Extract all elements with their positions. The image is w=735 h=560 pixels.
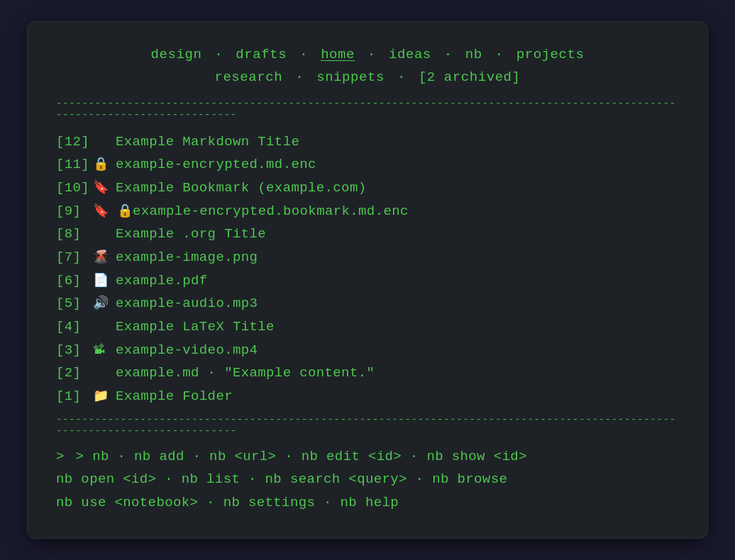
list-item[interactable]: [12] Example Markdown Title bbox=[56, 130, 679, 154]
file-name: example-encrypted.md.enc bbox=[116, 153, 316, 177]
list-item[interactable]: [2] example.md · "Example content." bbox=[56, 362, 679, 385]
file-id: [1] bbox=[56, 385, 93, 408]
nav-snippets[interactable]: snippets bbox=[316, 69, 385, 85]
file-id: [7] bbox=[56, 246, 93, 269]
nav-design[interactable]: design bbox=[151, 47, 202, 62]
file-name: example-image.png bbox=[116, 246, 258, 269]
bottom-divider: ----------------------------------------… bbox=[56, 414, 679, 437]
file-id: [6] bbox=[56, 269, 93, 293]
list-item[interactable]: [8] Example .org Title bbox=[56, 223, 679, 246]
file-list: [12] Example Markdown Title [11] 🔒 examp… bbox=[56, 130, 679, 408]
cmd-line-3: nb use <notebook> · nb settings · nb hel… bbox=[56, 491, 679, 515]
nav-archived[interactable]: [2 archived] bbox=[419, 69, 521, 85]
list-item[interactable]: [10] 🔖 Example Bookmark (example.com) bbox=[56, 177, 679, 200]
list-item[interactable]: [1] 📁 Example Folder bbox=[56, 385, 679, 408]
file-id: [10] bbox=[56, 177, 93, 200]
list-item[interactable]: [9] 🔖 🔒 example-encrypted.bookmark.md.en… bbox=[56, 200, 679, 223]
nav-line-1: design · drafts · home · ideas · nb · pr… bbox=[56, 43, 679, 66]
prompt-icon: > bbox=[56, 449, 65, 464]
file-name: example.md · "Example content." bbox=[116, 362, 375, 385]
folder-icon: 📁 bbox=[93, 386, 116, 408]
file-id: [5] bbox=[56, 292, 93, 315]
nav-home[interactable]: home bbox=[321, 47, 355, 62]
bookmark-lock-icon: 🔖 🔒 bbox=[93, 201, 133, 223]
nav-nb[interactable]: nb bbox=[465, 47, 482, 62]
nav-projects[interactable]: projects bbox=[516, 47, 585, 62]
pdf-icon: 📄 bbox=[93, 270, 116, 292]
terminal-window: design · drafts · home · ideas · nb · pr… bbox=[27, 21, 708, 539]
file-id: [11] bbox=[56, 153, 93, 177]
file-name: Example Folder bbox=[116, 385, 233, 408]
file-name: example-audio.mp3 bbox=[116, 292, 258, 315]
file-name: Example .org Title bbox=[116, 223, 266, 246]
image-icon: 🌋 bbox=[93, 247, 116, 269]
nav-line-2: research · snippets · [2 archived] bbox=[56, 66, 679, 89]
top-divider: ----------------------------------------… bbox=[56, 98, 679, 121]
file-id: [8] bbox=[56, 223, 93, 246]
list-item[interactable]: [3] 📽 example-video.mp4 bbox=[56, 339, 679, 362]
bookmark-icon: 🔖 bbox=[93, 177, 116, 199]
nav-section: design · drafts · home · ideas · nb · pr… bbox=[56, 43, 679, 89]
lock-icon: 🔒 bbox=[93, 154, 116, 176]
nav-drafts[interactable]: drafts bbox=[236, 47, 287, 62]
file-id: [3] bbox=[56, 339, 93, 362]
commands-section: > > nb · nb add · nb <url> · nb edit <id… bbox=[56, 445, 679, 515]
file-id: [2] bbox=[56, 362, 93, 385]
file-id: [12] bbox=[56, 130, 93, 154]
file-name: Example Markdown Title bbox=[116, 130, 299, 154]
file-id: [4] bbox=[56, 315, 93, 339]
file-name: Example LaTeX Title bbox=[116, 315, 275, 339]
nav-research[interactable]: research bbox=[214, 69, 282, 85]
list-item[interactable]: [4] Example LaTeX Title bbox=[56, 315, 679, 339]
file-name: example-video.mp4 bbox=[116, 339, 258, 362]
cmd-text-3: nb use <notebook> · nb settings · nb hel… bbox=[56, 495, 399, 510]
file-id: [9] bbox=[56, 200, 93, 223]
cmd-text-1: > nb · nb add · nb <url> · nb edit <id> … bbox=[76, 449, 527, 464]
cmd-text-2: nb open <id> · nb list · nb search <quer… bbox=[56, 471, 507, 487]
cmd-line-2: nb open <id> · nb list · nb search <quer… bbox=[56, 468, 679, 491]
cmd-line-1: > > nb · nb add · nb <url> · nb edit <id… bbox=[56, 445, 679, 469]
nav-ideas[interactable]: ideas bbox=[389, 47, 431, 62]
file-name: example-encrypted.bookmark.md.enc bbox=[133, 200, 409, 223]
list-item[interactable]: [5] 🔊 example-audio.mp3 bbox=[56, 292, 679, 315]
file-name: Example Bookmark (example.com) bbox=[116, 177, 366, 200]
video-icon: 📽 bbox=[93, 340, 116, 362]
list-item[interactable]: [7] 🌋 example-image.png bbox=[56, 246, 679, 269]
file-name: example.pdf bbox=[116, 269, 208, 293]
list-item[interactable]: [6] 📄 example.pdf bbox=[56, 269, 679, 293]
audio-icon: 🔊 bbox=[93, 293, 116, 315]
list-item[interactable]: [11] 🔒 example-encrypted.md.enc bbox=[56, 153, 679, 177]
